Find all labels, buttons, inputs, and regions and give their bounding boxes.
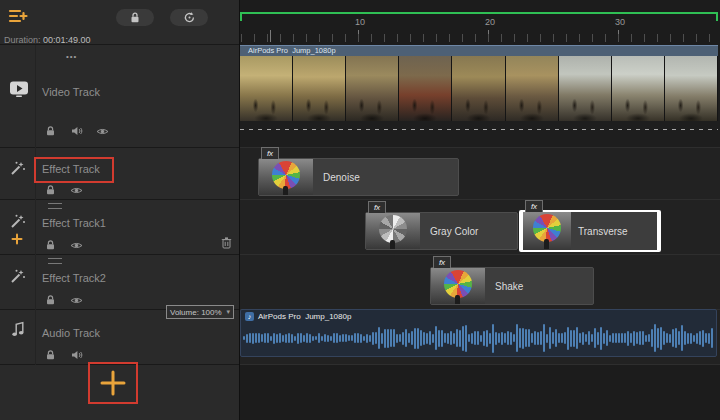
- audio-clip[interactable]: ♪ AirPods Pro Jump_1080p: [240, 309, 717, 357]
- range-bar: [240, 12, 718, 14]
- fx-badge: fx: [525, 200, 543, 212]
- effect-clip-label: Denoise: [323, 172, 360, 183]
- effect-clip-gray-color[interactable]: fx Gray Color: [365, 212, 518, 250]
- eye-icon[interactable]: [96, 125, 109, 137]
- duration-value: 00:01:49.00: [43, 35, 91, 45]
- umbrella-image: [533, 214, 561, 242]
- audio-track-name: Audio Track: [42, 327, 100, 339]
- lock-icon[interactable]: [44, 125, 57, 137]
- video-track-menu[interactable]: •••: [66, 52, 77, 61]
- ruler-minor-ticks: [241, 34, 719, 42]
- effect-track-icon: [9, 268, 26, 285]
- lock-icon[interactable]: [44, 294, 57, 306]
- lock-all-button[interactable]: [116, 9, 154, 26]
- eye-icon[interactable]: [70, 184, 83, 196]
- range-start-tick: [240, 12, 242, 21]
- lock-icon[interactable]: [44, 349, 57, 361]
- effect-track1-header[interactable]: Effect Track1: [0, 200, 240, 255]
- volume-value: Volume: 100%: [170, 308, 222, 317]
- video-filmstrip: [240, 56, 718, 121]
- duration-display: Duration: 00:01:49.00: [4, 35, 91, 45]
- audio-clip-icon: ♪: [245, 312, 254, 321]
- video-clip[interactable]: AirPods Pro Jump_1080p: [240, 45, 718, 121]
- effect-track-icon: [9, 160, 26, 177]
- track-drag-handle[interactable]: [48, 203, 62, 209]
- audio-clip-title: AirPods Pro Jump_1080p: [258, 312, 351, 321]
- audio-track-icon: [11, 321, 26, 338]
- add-track-button[interactable]: [100, 370, 126, 396]
- audio-track-header[interactable]: Volume: 100% ▾ Audio Track: [0, 310, 240, 365]
- lock-icon[interactable]: [44, 184, 57, 196]
- effect-track2-header[interactable]: Effect Track2: [0, 255, 240, 310]
- fx-badge: fx: [261, 147, 279, 159]
- effect-track2-name: Effect Track2: [42, 272, 106, 284]
- audio-waveform: [243, 322, 714, 354]
- effect-track-icon: [9, 213, 26, 230]
- track-drag-handle[interactable]: [48, 258, 62, 264]
- icon-column-divider: [35, 45, 36, 365]
- person-silhouette: [455, 295, 460, 304]
- person-silhouette: [283, 186, 288, 195]
- effect-clip-transverse[interactable]: fx Transverse: [519, 210, 661, 252]
- fx-badge: fx: [368, 201, 386, 213]
- effect-clip-label: Transverse: [578, 226, 628, 237]
- lock-icon: [130, 12, 140, 23]
- duration-label: Duration:: [4, 35, 41, 45]
- speaker-icon[interactable]: [70, 349, 83, 361]
- panel-toolbar: Duration: 00:01:49.00: [0, 0, 240, 45]
- person-silhouette: [390, 240, 395, 249]
- ruler-mark: 20: [480, 17, 500, 27]
- effect-thumbnail: [259, 159, 313, 195]
- volume-dropdown[interactable]: Volume: 100% ▾: [166, 305, 234, 319]
- manage-tracks-icon[interactable]: [8, 7, 28, 25]
- effect-track1-name: Effect Track1: [42, 217, 106, 229]
- timeline-panel: 10 20 30 Duration: 00:01:: [0, 0, 720, 420]
- ruler-mark: 10: [350, 17, 370, 27]
- video-clip-title: AirPods Pro Jump_1080p: [240, 45, 718, 56]
- effect-clip-label: Shake: [495, 281, 523, 292]
- lock-icon[interactable]: [44, 239, 57, 251]
- effect-thumbnail: [366, 213, 420, 249]
- speaker-icon[interactable]: [70, 125, 83, 137]
- effect-clip-denoise[interactable]: fx Denoise: [258, 158, 459, 196]
- effect-clip-shake[interactable]: fx Shake: [430, 267, 594, 305]
- range-end-tick: [716, 12, 718, 21]
- eye-icon[interactable]: [70, 239, 83, 251]
- umbrella-image: [444, 270, 472, 298]
- annotation-box-effect-track: [34, 157, 114, 183]
- panel-divider: [239, 0, 240, 420]
- rotate-icon: [183, 11, 196, 24]
- umbrella-image: [272, 161, 300, 189]
- umbrella-image-gray: [379, 215, 407, 243]
- effect-thumbnail: [431, 268, 485, 304]
- video-track-name: Video Track: [42, 86, 100, 98]
- video-track-header[interactable]: ••• Video Track: [0, 45, 240, 148]
- effect-clip-label: Gray Color: [430, 226, 478, 237]
- video-track-icon: [9, 80, 29, 98]
- link-dashed-line: [240, 129, 718, 130]
- loop-rotate-button[interactable]: [170, 9, 208, 26]
- effect-thumbnail: [523, 212, 571, 250]
- fx-badge: fx: [433, 256, 451, 268]
- ruler-mark: 30: [610, 17, 630, 27]
- eye-icon[interactable]: [70, 294, 83, 306]
- add-effect-plus-icon[interactable]: [11, 233, 23, 245]
- person-silhouette: [544, 239, 549, 249]
- chevron-down-icon: ▾: [226, 308, 230, 316]
- delete-track-icon[interactable]: [221, 236, 232, 249]
